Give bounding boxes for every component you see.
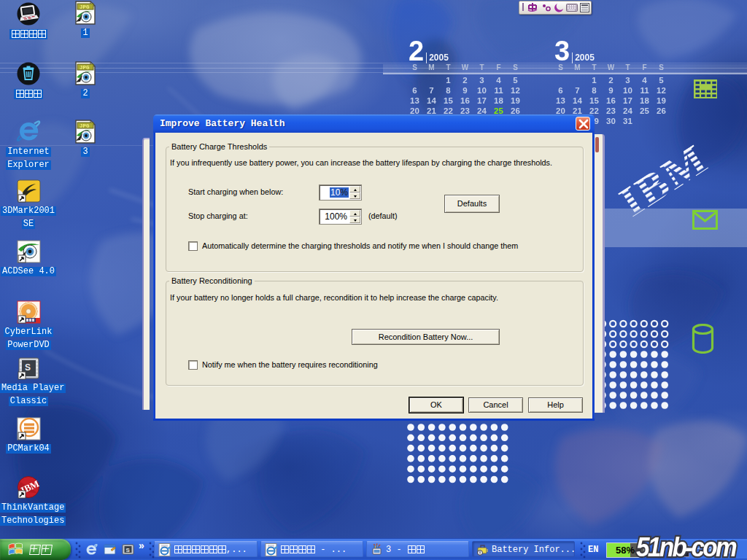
svg-text:IBM: IBM <box>611 137 716 217</box>
svg-text:S: S <box>126 547 131 553</box>
svg-text:JPG: JPG <box>80 123 90 129</box>
svg-text:JPG: JPG <box>80 65 90 71</box>
svg-text:S: S <box>25 362 31 373</box>
svg-text:51nb-com: 51nb-com <box>636 532 737 560</box>
svg-text:JPG: JPG <box>80 4 90 10</box>
